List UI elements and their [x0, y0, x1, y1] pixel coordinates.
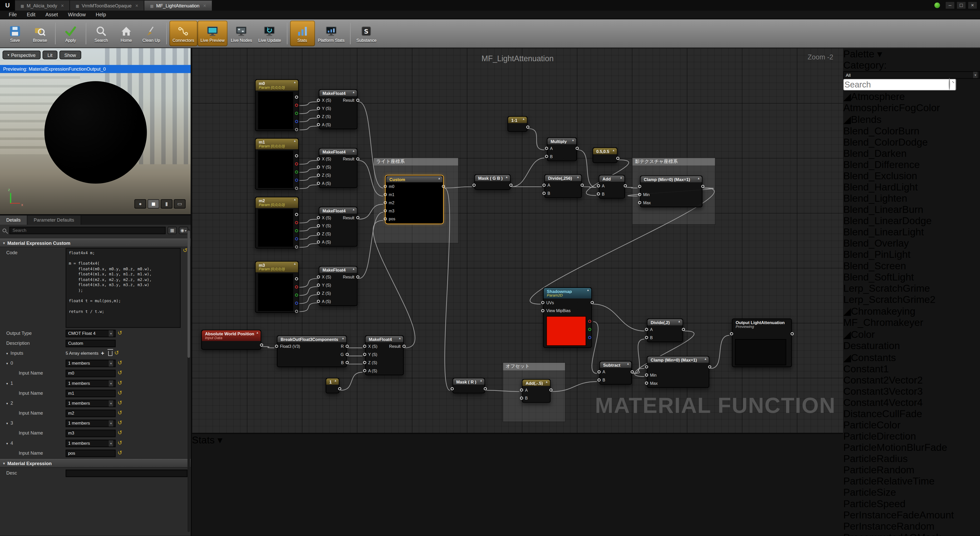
preview-shape-button-0[interactable]: ● — [135, 199, 146, 209]
node-makefloat4-4[interactable]: MakeFloat4▲X (S)ResultY (S)Z (S)A (S) — [319, 266, 358, 306]
reset-icon[interactable]: ↺ — [183, 248, 187, 254]
toolbar-button-livenodes[interactable]: Live Nodes — [228, 21, 255, 46]
toolbar-button-browse[interactable]: Browse — [27, 21, 52, 46]
maximize-button[interactable]: □ — [956, 1, 966, 10]
palette-item-PrecomputedAOMask[interactable]: PrecomputedAOMask — [843, 532, 980, 536]
reset-icon[interactable]: ↺ — [118, 440, 122, 446]
palette-item-Lerp_ScratchGrime[interactable]: Lerp_ScratchGrime — [843, 283, 980, 294]
close-icon[interactable]: × — [135, 3, 138, 8]
collapse-icon[interactable]: ▲ — [546, 381, 548, 384]
node-breakout-float3[interactable]: BreakOutFloat3Components▲Float3 (V3)RGB — [277, 335, 347, 368]
palette-item-Blend_ColorBurn[interactable]: Blend_ColorBurn — [843, 125, 980, 137]
node-add[interactable]: Add▲AB — [599, 175, 625, 199]
palette-item-Blend_PinLight[interactable]: Blend_PinLight — [843, 249, 980, 260]
close-icon[interactable]: × — [203, 3, 206, 8]
node-mask-r[interactable]: Mask ( R )▲ — [452, 378, 485, 394]
palette-item-PerInstanceRandom[interactable]: PerInstanceRandom — [843, 521, 980, 532]
palette-item-Constant3Vector[interactable]: Constant3Vector3 — [843, 386, 980, 397]
collapse-icon[interactable]: ▲ — [334, 380, 337, 383]
members-dropdown[interactable]: 1 members▾ — [65, 399, 116, 407]
collapse-icon[interactable]: ▲ — [612, 149, 615, 152]
collapse-icon[interactable]: ▲ — [438, 178, 441, 181]
reset-icon[interactable]: ↺ — [118, 370, 122, 376]
collapse-icon[interactable]: ▲ — [256, 331, 259, 335]
collapse-icon[interactable]: ▲ — [704, 358, 707, 361]
palette-item-Blend_Screen[interactable]: Blend_Screen — [843, 260, 980, 271]
reset-icon[interactable]: ↺ — [118, 410, 122, 416]
output-type-dropdown[interactable]: CMOT Float 4▾ — [65, 330, 116, 337]
description-input[interactable]: Custom — [65, 339, 116, 347]
toolbar-button-search[interactable]: Search — [89, 21, 114, 46]
preview-shape-button-1[interactable]: ◼ — [148, 199, 159, 209]
delete-elements-icon[interactable] — [108, 350, 112, 356]
reset-icon[interactable]: ↺ — [118, 380, 122, 386]
tab-stats[interactable]: Stats ▾ — [192, 434, 843, 446]
collapse-icon[interactable]: ▲ — [352, 91, 355, 94]
collapse-icon[interactable]: ▲ — [620, 177, 622, 180]
tab-parameter-defaults[interactable]: Parameter Defaults — [27, 216, 81, 225]
palette-item-ParticleSpeed[interactable]: ParticleSpeed — [843, 498, 980, 509]
palette-item-Blend_Darken[interactable]: Blend_Darken — [843, 148, 980, 159]
node-divide-2[interactable]: Divide(,2)▲AB — [647, 319, 683, 343]
collapse-icon[interactable]: ▲ — [587, 289, 589, 292]
collapse-icon[interactable]: ▲ — [293, 140, 296, 143]
palette-item-DistanceCullFade[interactable]: DistanceCullFade — [843, 409, 980, 420]
palette-group-color[interactable]: ◢Color — [843, 328, 980, 341]
palette-item-Constant2Vector[interactable]: Constant2Vector2 — [843, 374, 980, 386]
palette-item-ParticleColor[interactable]: ParticleColor — [843, 420, 980, 431]
palette-item-ParticleRadius[interactable]: ParticleRadius — [843, 454, 980, 465]
node-clamp-1[interactable]: Clamp (Min=0) (Max=1)▲MinMax — [640, 176, 703, 208]
palette-item-Blend_HardLight[interactable]: Blend_HardLight — [843, 182, 980, 193]
reset-icon[interactable]: ↺ — [118, 330, 122, 336]
code-editor[interactable]: float4x4 m; m = float4x4( float4(m0.x, m… — [65, 248, 181, 328]
reset-icon[interactable]: ↺ — [118, 390, 122, 396]
input-name-field[interactable]: m3 — [65, 430, 116, 437]
minimize-button[interactable]: – — [945, 1, 955, 10]
reset-icon[interactable]: ↺ — [118, 430, 122, 436]
toolbar-button-home[interactable]: Home — [114, 21, 139, 46]
menu-help[interactable]: Help — [91, 11, 111, 19]
window-tab-VrmMToonBaseOpaque[interactable]: ▦VrmMToonBaseOpaque× — [70, 0, 145, 11]
reset-icon[interactable]: ↺ — [115, 350, 119, 356]
palette-item-Blend_SoftLight[interactable]: Blend_SoftLight — [843, 271, 980, 283]
palette-item-Blend_Difference[interactable]: Blend_Difference — [843, 159, 980, 170]
toolbar-button-platformstats[interactable]: Platform Stats — [315, 21, 348, 46]
node-m2[interactable]: m2Param (0,0,0,0)▲ — [255, 197, 299, 248]
menu-edit[interactable]: Edit — [22, 11, 40, 19]
collapse-icon[interactable]: ▲ — [678, 320, 681, 324]
members-dropdown[interactable]: 1 members▾ — [65, 359, 116, 367]
members-dropdown[interactable]: 1 members▾ — [65, 439, 116, 447]
palette-group-blends[interactable]: ◢Blends — [843, 114, 980, 126]
palette-item-ParticleDirection[interactable]: ParticleDirection — [843, 431, 980, 442]
palette-search-input[interactable] — [843, 79, 956, 91]
palette-group-chromakeying[interactable]: ◢Chromakeying — [843, 306, 980, 317]
category-dropdown[interactable]: All ▾ — [843, 71, 980, 79]
node-divide-256[interactable]: Divide(,256)▲AB — [544, 174, 582, 198]
toolbar-button-stats[interactable]: Stats — [290, 21, 315, 46]
node-absolute-world-position[interactable]: Absolute World PositionInput Data▲ — [201, 330, 261, 350]
node-const-0505[interactable]: 0.5,0.5▲ — [593, 147, 617, 163]
node-subtract[interactable]: Subtract▲AB — [600, 361, 632, 385]
close-icon[interactable]: × — [61, 3, 64, 8]
collapse-icon[interactable]: ▲ — [293, 263, 296, 266]
graph-canvas[interactable]: MF_LightAttenuation Zoom -2 MATERIAL FUN… — [192, 48, 843, 434]
menu-asset[interactable]: Asset — [40, 11, 63, 19]
palette-item-Blend_LinearDodge[interactable]: Blend_LinearDodge — [843, 216, 980, 227]
grid-view-icon[interactable]: ▦ — [167, 227, 177, 234]
reset-icon[interactable]: ↺ — [118, 400, 122, 406]
reset-icon[interactable]: ↺ — [118, 420, 122, 426]
window-tab-MF_LightAttenuation[interactable]: ▦MF_LightAttenuation× — [145, 0, 212, 11]
menu-file[interactable]: File — [4, 11, 22, 19]
section-material-expression[interactable]: ▾ Material Expression — [0, 459, 191, 468]
palette-item-ParticleRandom[interactable]: ParticleRandom — [843, 465, 980, 476]
node-makefloat4-5[interactable]: MakeFloat4▲X (S)ResultY (S)Z (S)A (S) — [365, 335, 404, 376]
palette-group-constants[interactable]: ◢Constants — [843, 352, 980, 364]
palette-item-Constant[interactable]: Constant1 — [843, 363, 980, 374]
node-clamp-2[interactable]: Clamp (Min=0) (Max=1)▲MinMax — [647, 356, 710, 388]
close-button[interactable]: × — [967, 1, 977, 10]
palette-item-MF_Chromakeyer[interactable]: MF_Chromakeyer — [843, 317, 980, 328]
palette-item-ParticleMotionBlurFade[interactable]: ParticleMotionBlurFade — [843, 442, 980, 454]
palette-item-Blend_LinearBurn[interactable]: Blend_LinearBurn — [843, 204, 980, 216]
palette-item-Desaturation[interactable]: Desaturation — [843, 341, 980, 352]
preview-shape-button-3[interactable]: ▭ — [174, 199, 186, 209]
